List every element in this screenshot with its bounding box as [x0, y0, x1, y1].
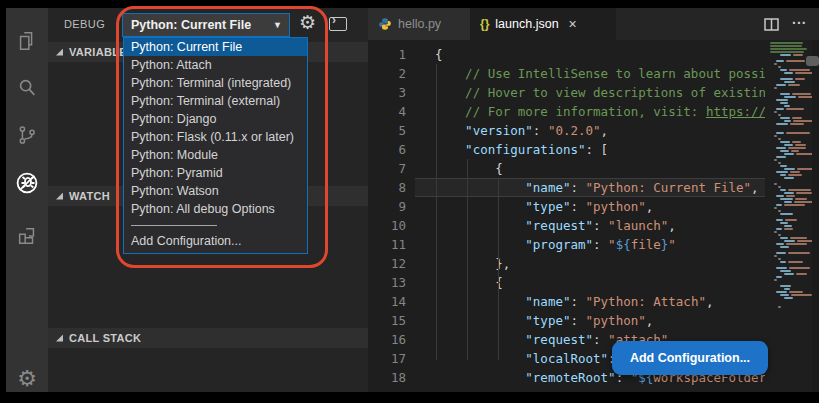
minimap-line	[780, 270, 791, 272]
minimap-line	[774, 255, 777, 257]
minimap-line	[780, 69, 810, 71]
minimap-line	[780, 165, 787, 167]
minimap-line	[784, 96, 812, 98]
code-line: "configurations": [	[415, 140, 765, 159]
panel-title: DEBUG	[64, 18, 105, 30]
split-editor-icon[interactable]	[764, 17, 779, 35]
activity-bar: ⚙	[6, 8, 48, 392]
debug-icon[interactable]	[15, 171, 39, 195]
debug-console-icon[interactable]: ›	[329, 17, 347, 31]
minimap-line	[784, 72, 812, 74]
line-number: 8	[368, 178, 415, 197]
code-line: {	[415, 45, 765, 64]
add-configuration-button[interactable]: Add Configuration...	[612, 341, 768, 375]
dropdown-option[interactable]: Python: Terminal (external)	[124, 92, 307, 110]
minimap-line	[774, 159, 777, 161]
minimap-line	[774, 279, 777, 281]
minimap-line	[770, 45, 802, 47]
dropdown-add-configuration[interactable]: Add Configuration...	[124, 232, 307, 250]
minimap-line	[784, 225, 792, 227]
debug-config-select[interactable]: Python: Current File ▼	[122, 13, 290, 37]
explorer-icon[interactable]	[15, 29, 39, 53]
minimap-line	[778, 234, 781, 236]
minimap-line	[770, 48, 807, 50]
minimap-line	[776, 156, 786, 158]
line-number: 17	[368, 349, 415, 368]
minimap-line	[784, 120, 812, 122]
line-number: 12	[368, 254, 415, 273]
minimap-line	[780, 285, 791, 287]
close-tab-icon[interactable]: ×	[569, 17, 577, 31]
tab-launch-json[interactable]: {} launch.json ×	[470, 8, 616, 40]
minimap-line	[776, 276, 782, 278]
minimap-line	[774, 63, 777, 65]
minimap-line	[774, 87, 777, 89]
line-number: 13	[368, 273, 415, 292]
minimap-line	[776, 243, 807, 245]
minimap-line	[776, 108, 804, 110]
python-icon	[378, 17, 392, 31]
minimap-line	[784, 153, 812, 155]
line-number: 2	[368, 64, 415, 83]
configure-gear-icon[interactable]: ⚙	[299, 11, 316, 34]
line-number: 15	[368, 311, 415, 330]
line-number: 3	[368, 83, 415, 102]
config-dropdown-list: Python: Current FilePython: AttachPython…	[123, 37, 308, 254]
minimap-line	[780, 261, 803, 263]
scrollbar-slider[interactable]	[806, 56, 819, 66]
minimap-line	[776, 291, 803, 293]
minimap[interactable]	[766, 42, 812, 352]
line-number: 10	[368, 216, 415, 235]
more-actions-icon[interactable]: ...	[792, 11, 807, 27]
minimap-line	[784, 273, 807, 275]
section-call-stack[interactable]: CALL STACK	[48, 328, 368, 348]
dropdown-option[interactable]: Python: Current File	[124, 38, 307, 56]
minimap-line	[776, 228, 793, 230]
source-control-icon[interactable]	[15, 123, 39, 147]
settings-gear-icon[interactable]: ⚙	[15, 367, 39, 391]
minimap-line	[780, 189, 811, 191]
minimap-line	[774, 111, 777, 113]
minimap-line	[778, 258, 781, 260]
editor-gutter[interactable]: 12345678910111213141516171819	[368, 40, 415, 392]
section-label: CALL STACK	[69, 332, 141, 344]
dropdown-option[interactable]: Python: All debug Options	[124, 200, 307, 218]
minimap-line	[778, 210, 781, 212]
code-line: // Use IntelliSense to learn about possi…	[415, 64, 765, 83]
indent-guide	[498, 178, 499, 360]
minimap-line	[774, 135, 777, 137]
minimap-line	[774, 231, 777, 233]
minimap-line	[778, 306, 781, 308]
minimap-line	[780, 54, 803, 56]
minimap-line	[774, 207, 777, 209]
minimap-line	[780, 294, 812, 296]
minimap-line	[780, 237, 807, 239]
line-number: 5	[368, 121, 415, 140]
minimap-line	[784, 240, 812, 242]
dropdown-option[interactable]: Python: Module	[124, 146, 307, 164]
section-label: WATCH	[69, 190, 110, 202]
tab-hello-py[interactable]: hello.py	[368, 8, 470, 40]
minimap-line	[770, 42, 803, 44]
code-line: // For more information, visit: https://…	[415, 102, 765, 121]
line-number: 1	[368, 45, 415, 64]
line-number: 19	[368, 387, 415, 392]
minimap-line	[780, 78, 805, 80]
minimap-line	[780, 198, 807, 200]
dropdown-option[interactable]: Python: Watson	[124, 182, 307, 200]
code-line: "version": "0.2.0",	[415, 121, 765, 140]
minimap-line	[776, 147, 806, 149]
minimap-line	[776, 84, 800, 86]
minimap-line	[770, 51, 804, 53]
line-number: 6	[368, 140, 415, 159]
dropdown-option[interactable]: Python: Attach	[124, 56, 307, 74]
search-icon[interactable]	[15, 76, 39, 100]
dropdown-option[interactable]: Python: Pyramid	[124, 164, 307, 182]
dropdown-option[interactable]: Python: Terminal (integrated)	[124, 74, 307, 92]
indent-guide	[467, 159, 468, 360]
dropdown-option[interactable]: Python: Django	[124, 110, 307, 128]
dropdown-option[interactable]: Python: Flask (0.11.x or later)	[124, 128, 307, 146]
extensions-icon[interactable]	[15, 224, 39, 248]
minimap-line	[784, 81, 795, 83]
minimap-line	[776, 195, 795, 197]
